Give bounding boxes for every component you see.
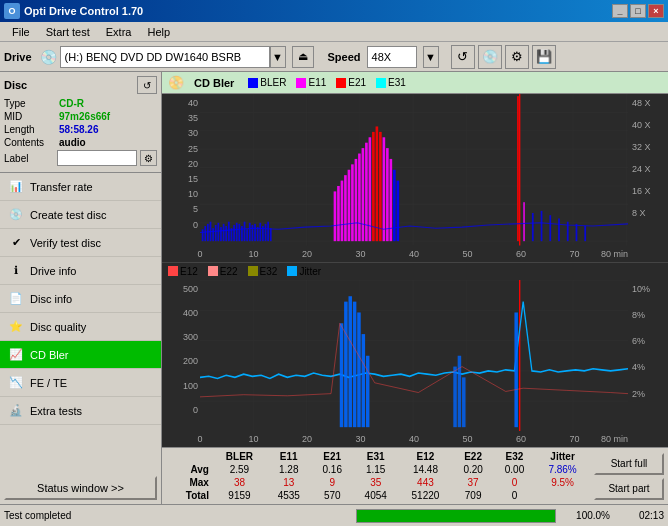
disc-header: Disc ↺ <box>4 76 157 94</box>
svg-rect-26 <box>223 224 225 241</box>
disc-label-button[interactable]: ⚙ <box>140 150 157 166</box>
start-part-button[interactable]: Start part <box>594 478 664 500</box>
disc-refresh-button[interactable]: ↺ <box>137 76 157 94</box>
status-text: Test completed <box>4 510 352 521</box>
svg-rect-97 <box>514 312 517 427</box>
top-chart-canvas <box>200 94 628 246</box>
legend-jitter: Jitter <box>287 266 321 277</box>
stats-table: BLER E11 E21 E31 E12 E22 E32 Jitter Avg … <box>166 450 590 502</box>
nav-verify-test-disc-label: Verify test disc <box>30 237 101 249</box>
speed-select[interactable]: 48X <box>367 46 417 68</box>
settings-button[interactable]: ⚙ <box>505 45 529 69</box>
nav-disc-info-label: Disc info <box>30 293 72 305</box>
status-window-button[interactable]: Status window >> <box>4 476 157 500</box>
speed-dropdown-arrow[interactable]: ▼ <box>423 46 439 68</box>
svg-rect-57 <box>376 126 379 241</box>
drive-icon: 💿 <box>40 49 57 65</box>
nav-fe-te[interactable]: 📉 FE / TE <box>0 369 161 397</box>
drive-dropdown-arrow[interactable]: ▼ <box>270 46 286 68</box>
maximize-button[interactable]: □ <box>630 4 646 18</box>
disc-type-row: Type CD-R <box>4 98 157 109</box>
nav-drive-info[interactable]: ℹ Drive info <box>0 257 161 285</box>
col-e12: E12 <box>398 450 452 463</box>
drive-select[interactable]: (H:) BENQ DVD DD DW1640 BSRB <box>60 46 270 68</box>
nav-disc-quality[interactable]: ⭐ Disc quality <box>0 313 161 341</box>
top-x-axis: 0 10 20 30 40 50 60 70 80 min <box>200 246 628 262</box>
bottom-chart: 500 400 300 200 100 0 <box>162 280 668 432</box>
nav-verify-test-disc[interactable]: ✔ Verify test disc <box>0 229 161 257</box>
minimize-button[interactable]: _ <box>612 4 628 18</box>
menu-start-test[interactable]: Start test <box>38 24 98 40</box>
max-label: Max <box>166 476 213 489</box>
disc-contents-row: Contents audio <box>4 137 157 148</box>
nav-transfer-rate-label: Transfer rate <box>30 181 93 193</box>
extra-tests-icon: 🔬 <box>8 403 24 419</box>
svg-rect-60 <box>386 148 389 241</box>
nav-disc-info[interactable]: 📄 Disc info <box>0 285 161 313</box>
top-chart-y-left: 40 35 30 25 20 15 10 5 0 <box>162 94 200 246</box>
disc-button[interactable]: 💿 <box>478 45 502 69</box>
nav-cd-bler[interactable]: 📈 CD Bler <box>0 341 161 369</box>
content-area: Disc ↺ Type CD-R MID 97m26s66f Length 58… <box>0 72 668 504</box>
svg-rect-40 <box>259 223 261 241</box>
cd-bler-icon: 📈 <box>8 347 24 363</box>
svg-rect-95 <box>458 355 461 426</box>
col-e21: E21 <box>312 450 353 463</box>
nav-disc-quality-label: Disc quality <box>30 321 86 333</box>
stats-area: BLER E11 E21 E31 E12 E22 E32 Jitter Avg … <box>162 447 668 504</box>
main-area: Drive 💿 (H:) BENQ DVD DD DW1640 BSRB ▼ ⏏… <box>0 42 668 526</box>
svg-rect-30 <box>233 225 235 241</box>
disc-label-input[interactable] <box>57 150 137 166</box>
disc-panel: Disc ↺ Type CD-R MID 97m26s66f Length 58… <box>0 72 161 173</box>
chart-title: CD Bler <box>194 77 234 89</box>
bler-color <box>248 78 258 88</box>
nav-extra-tests[interactable]: 🔬 Extra tests <box>0 397 161 425</box>
svg-rect-18 <box>202 229 204 241</box>
disc-contents-value: audio <box>59 137 86 148</box>
svg-rect-64 <box>517 96 519 241</box>
close-button[interactable]: × <box>648 4 664 18</box>
menu-extra[interactable]: Extra <box>98 24 140 40</box>
eject-button[interactable]: ⏏ <box>292 46 314 68</box>
drive-bar: Drive 💿 (H:) BENQ DVD DD DW1640 BSRB ▼ ⏏… <box>0 42 668 72</box>
refresh-button[interactable]: ↺ <box>451 45 475 69</box>
stats-avg-row: Avg 2.59 1.28 0.16 1.15 14.48 0.20 0.00 … <box>166 463 590 476</box>
svg-rect-44 <box>270 228 272 241</box>
e22-color <box>208 266 218 276</box>
legend-e12: E12 <box>168 266 198 277</box>
stats-header-row: BLER E11 E21 E31 E12 E22 E32 Jitter <box>166 450 590 463</box>
legend-e11: E11 <box>296 77 326 88</box>
svg-rect-32 <box>238 224 240 241</box>
svg-rect-68 <box>549 215 551 241</box>
nav-drive-info-label: Drive info <box>30 265 76 277</box>
svg-rect-23 <box>215 225 217 241</box>
col-jitter: Jitter <box>535 450 590 463</box>
progress-percent: 100.0% <box>560 510 610 521</box>
nav-create-test-disc[interactable]: 💿 Create test disc <box>0 201 161 229</box>
verify-test-disc-icon: ✔ <box>8 235 24 251</box>
legend-e31: E31 <box>376 77 406 88</box>
status-bar: Test completed 100.0% 02:13 <box>0 504 668 526</box>
nav-transfer-rate[interactable]: 📊 Transfer rate <box>0 173 161 201</box>
svg-rect-45 <box>334 191 337 241</box>
top-chart-y-right: 48 X 40 X 32 X 24 X 16 X 8 X <box>628 94 668 246</box>
svg-rect-62 <box>393 170 396 241</box>
svg-rect-36 <box>249 223 251 241</box>
save-button[interactable]: 💾 <box>532 45 556 69</box>
speed-label: Speed <box>328 51 361 63</box>
fe-te-icon: 📉 <box>8 375 24 391</box>
top-chart: 40 35 30 25 20 15 10 5 0 <box>162 94 668 246</box>
start-full-button[interactable]: Start full <box>594 453 664 475</box>
drive-info-icon: ℹ <box>8 263 24 279</box>
svg-rect-53 <box>362 148 365 241</box>
menu-file[interactable]: File <box>4 24 38 40</box>
col-e32: E32 <box>494 450 535 463</box>
col-e31: E31 <box>353 450 399 463</box>
e31-color <box>376 78 386 88</box>
svg-rect-88 <box>344 301 347 427</box>
svg-rect-28 <box>228 222 230 241</box>
svg-rect-48 <box>344 175 347 241</box>
col-e11: E11 <box>266 450 312 463</box>
menu-help[interactable]: Help <box>139 24 178 40</box>
legend-e32: E32 <box>248 266 278 277</box>
